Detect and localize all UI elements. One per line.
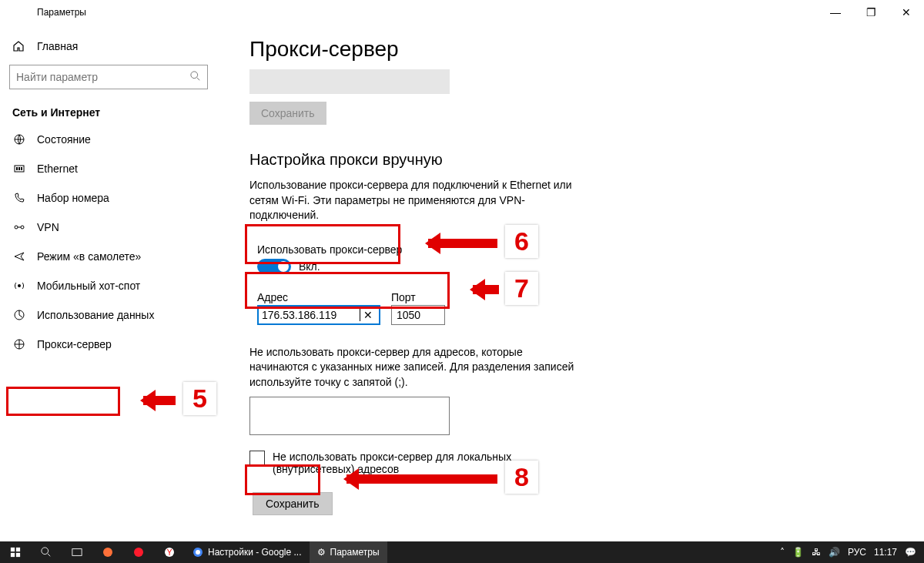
annotation-number-8: 8 bbox=[505, 461, 538, 494]
svg-rect-6 bbox=[21, 167, 22, 170]
gear-icon: ⚙ bbox=[317, 547, 326, 558]
svg-point-10 bbox=[18, 284, 21, 287]
svg-rect-15 bbox=[11, 553, 15, 557]
annotation-number-7: 7 bbox=[505, 272, 538, 305]
taskbar-app-settings[interactable]: ⚙ Параметры bbox=[310, 541, 387, 563]
nav-label: Режим «в самолете» bbox=[37, 250, 141, 263]
svg-point-7 bbox=[15, 226, 18, 229]
annotation-arrow-7 bbox=[473, 285, 499, 294]
nav-label: Ethernet bbox=[37, 163, 78, 175]
close-button[interactable]: ✕ bbox=[889, 0, 924, 25]
annotation-arrow-6 bbox=[428, 239, 497, 248]
annotation-box-6 bbox=[245, 224, 400, 264]
sidebar: Главная Сеть и Интернет Состояние Ethern… bbox=[0, 25, 231, 541]
home-link[interactable]: Главная bbox=[0, 34, 231, 59]
globe-icon bbox=[12, 133, 26, 146]
search-taskbar-icon[interactable] bbox=[31, 541, 62, 563]
titlebar: Параметры — ❐ ✕ bbox=[0, 0, 924, 25]
proxy-icon bbox=[12, 338, 26, 350]
section-description: Использование прокси-сервера для подключ… bbox=[249, 178, 581, 223]
sidebar-item-dialup[interactable]: Набор номера bbox=[0, 183, 231, 213]
sidebar-item-ethernet[interactable]: Ethernet bbox=[0, 154, 231, 183]
svg-rect-4 bbox=[16, 167, 18, 170]
nav-label: Прокси-сервер bbox=[37, 338, 112, 350]
sidebar-item-proxy[interactable]: Прокси-сервер bbox=[0, 330, 231, 359]
hotspot-icon bbox=[12, 280, 26, 292]
port-value: 1050 bbox=[397, 309, 420, 321]
nav-label: Использование данных bbox=[37, 309, 154, 321]
svg-rect-5 bbox=[18, 167, 20, 170]
category-header: Сеть и Интернет bbox=[0, 96, 231, 125]
data-icon bbox=[12, 309, 26, 321]
annotation-number-5: 5 bbox=[183, 382, 216, 415]
home-icon bbox=[12, 40, 26, 52]
annotation-box-8 bbox=[245, 464, 320, 495]
svg-line-1 bbox=[197, 77, 200, 80]
ethernet-icon bbox=[12, 163, 26, 175]
vpn-icon bbox=[12, 221, 26, 233]
opera-icon[interactable] bbox=[123, 541, 154, 563]
search-icon bbox=[190, 71, 201, 84]
tray-chevron-icon[interactable]: ˄ bbox=[780, 547, 785, 558]
svg-rect-16 bbox=[16, 553, 20, 557]
annotation-box-5 bbox=[6, 387, 120, 416]
airplane-icon bbox=[12, 250, 26, 263]
search-input[interactable] bbox=[9, 65, 208, 89]
taskbar-app2-label: Параметры bbox=[330, 547, 380, 558]
annotation-number-6: 6 bbox=[505, 225, 538, 258]
page-title: Прокси-сервер bbox=[249, 37, 924, 62]
svg-point-25 bbox=[196, 550, 200, 555]
start-button[interactable] bbox=[0, 541, 31, 563]
firefox-icon[interactable] bbox=[92, 541, 123, 563]
annotation-arrow-5 bbox=[143, 396, 176, 405]
nav-label: Состояние bbox=[37, 133, 91, 146]
sidebar-item-hotspot[interactable]: Мобильный хот-спот bbox=[0, 271, 231, 300]
svg-rect-19 bbox=[72, 549, 82, 556]
clear-icon[interactable]: ✕ bbox=[360, 309, 376, 321]
save-button[interactable]: Сохранить bbox=[253, 492, 333, 515]
maximize-button[interactable]: ❐ bbox=[853, 0, 889, 25]
taskbar[interactable]: Y Настройки - Google ... ⚙ Параметры ˄ 🔋… bbox=[0, 541, 924, 563]
script-input-disabled bbox=[249, 69, 450, 94]
svg-line-18 bbox=[48, 554, 51, 557]
svg-rect-14 bbox=[16, 548, 20, 551]
sidebar-item-airplane[interactable]: Режим «в самолете» bbox=[0, 242, 231, 271]
phone-icon bbox=[12, 192, 26, 204]
section-title: Настройка прокси вручную bbox=[249, 151, 924, 169]
minimize-button[interactable]: — bbox=[818, 0, 853, 25]
annotation-box-7 bbox=[245, 272, 450, 309]
home-label: Главная bbox=[37, 40, 78, 52]
exclusions-input[interactable] bbox=[249, 397, 450, 435]
exclusions-description: Не использовать прокси-сервер для адресо… bbox=[249, 345, 581, 390]
svg-point-17 bbox=[42, 548, 49, 555]
nav-label: Мобильный хот-спот bbox=[37, 280, 140, 292]
nav-label: VPN bbox=[37, 221, 59, 233]
svg-point-0 bbox=[191, 71, 198, 78]
address-value: 176.53.186.119 bbox=[262, 309, 360, 321]
nav-label: Набор номера bbox=[37, 192, 109, 204]
tray-clock[interactable]: 11:17 bbox=[874, 547, 897, 558]
svg-point-8 bbox=[21, 226, 24, 229]
local-addresses-checkbox[interactable] bbox=[249, 451, 265, 466]
tray-battery-icon[interactable]: 🔋 bbox=[792, 547, 804, 558]
svg-rect-13 bbox=[11, 548, 15, 551]
annotation-arrow-8 bbox=[346, 474, 497, 484]
sidebar-item-vpn[interactable]: VPN bbox=[0, 213, 231, 242]
tray-network-icon[interactable]: 🖧 bbox=[812, 547, 821, 558]
svg-text:Y: Y bbox=[167, 548, 172, 557]
taskbar-app1-label: Настройки - Google ... bbox=[208, 547, 302, 558]
svg-point-21 bbox=[134, 548, 143, 557]
svg-point-20 bbox=[103, 548, 112, 557]
window-title: Параметры bbox=[37, 7, 86, 18]
save-button-disabled: Сохранить bbox=[249, 102, 326, 125]
taskview-icon[interactable] bbox=[62, 541, 92, 563]
sidebar-item-data[interactable]: Использование данных bbox=[0, 300, 231, 330]
tray-notifications-icon[interactable]: 💬 bbox=[905, 547, 916, 558]
yandex-icon[interactable]: Y bbox=[154, 541, 185, 563]
tray-volume-icon[interactable]: 🔊 bbox=[829, 547, 840, 558]
search-field[interactable] bbox=[16, 71, 190, 83]
tray-language[interactable]: РУС bbox=[848, 547, 866, 558]
taskbar-app-chrome[interactable]: Настройки - Google ... bbox=[185, 541, 310, 563]
sidebar-item-status[interactable]: Состояние bbox=[0, 125, 231, 154]
